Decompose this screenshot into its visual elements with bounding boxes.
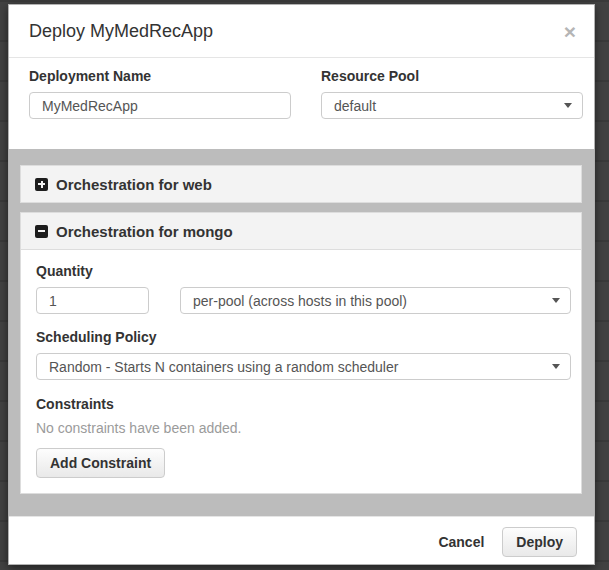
mongo-panel-body: Quantity per-pool (across hosts in this …	[20, 250, 582, 494]
resource-pool-selected-value: default	[334, 98, 564, 114]
resource-pool-select[interactable]: default	[321, 92, 583, 119]
add-constraint-button[interactable]: Add Constraint	[36, 448, 165, 478]
deploy-button[interactable]: Deploy	[502, 527, 577, 557]
quantity-mode-selected-value: per-pool (across hosts in this pool)	[193, 293, 552, 309]
constraints-empty-text: No constraints have been added.	[36, 420, 571, 436]
deployment-form: Deployment Name Resource Pool default	[9, 58, 594, 149]
accordion-panel-mongo: Orchestration for mongo Quantity per-poo…	[20, 212, 582, 494]
modal-footer: Cancel Deploy	[9, 516, 594, 565]
quantity-input[interactable]	[36, 287, 149, 314]
modal-header: Deploy MyMedRecApp ×	[9, 5, 594, 58]
minus-square-icon	[35, 225, 48, 238]
accordion-header-web[interactable]: Orchestration for web	[20, 165, 582, 203]
quantity-mode-select[interactable]: per-pool (across hosts in this pool)	[180, 287, 571, 314]
accordion-header-mongo[interactable]: Orchestration for mongo	[20, 212, 582, 250]
accordion-title-web: Orchestration for web	[56, 176, 212, 193]
resource-pool-field: Resource Pool default	[321, 68, 583, 119]
resource-pool-label: Resource Pool	[321, 68, 583, 84]
chevron-down-icon	[564, 103, 572, 108]
scheduling-policy-selected-value: Random - Starts N containers using a ran…	[49, 359, 552, 375]
plus-square-icon	[35, 178, 48, 191]
accordion-title-mongo: Orchestration for mongo	[56, 223, 233, 240]
scheduling-policy-label: Scheduling Policy	[36, 329, 571, 345]
deployment-name-input[interactable]	[29, 92, 291, 119]
orchestration-accordion: Orchestration for web Orchestration for …	[9, 149, 594, 516]
quantity-label: Quantity	[36, 263, 571, 279]
deployment-name-field: Deployment Name	[29, 68, 291, 119]
quantity-row: per-pool (across hosts in this pool)	[36, 287, 571, 314]
chevron-down-icon	[552, 364, 560, 369]
chevron-down-icon	[552, 298, 560, 303]
page-title: Deploy MyMedRecApp	[29, 21, 213, 42]
deployment-name-label: Deployment Name	[29, 68, 291, 84]
cancel-button[interactable]: Cancel	[436, 528, 486, 556]
constraints-label: Constraints	[36, 396, 571, 412]
scheduling-policy-select[interactable]: Random - Starts N containers using a ran…	[36, 353, 571, 380]
deploy-modal: Deploy MyMedRecApp × Deployment Name Res…	[8, 4, 595, 565]
close-icon[interactable]: ×	[562, 21, 578, 42]
